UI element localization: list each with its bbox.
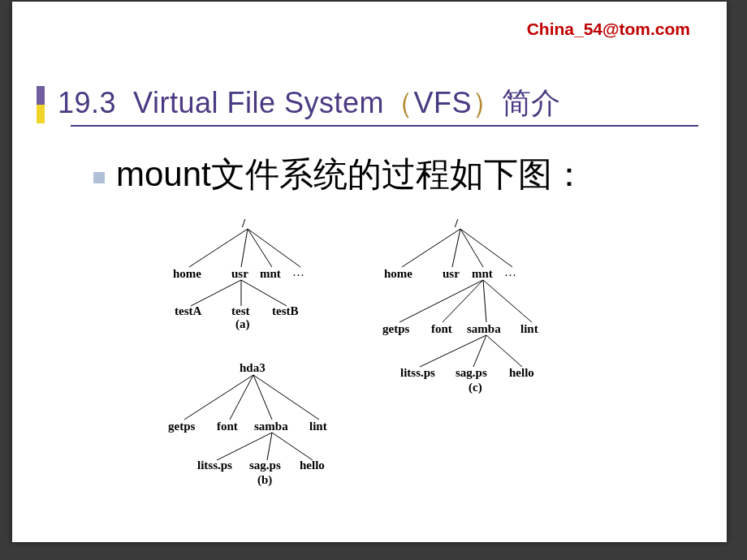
slide-title: 19.3 Virtual File System（VFS）简介 [58, 84, 561, 123]
slide-body: mount文件系统的过程如下图： [93, 152, 690, 197]
tree-b-root: hda3 [240, 361, 266, 375]
svg-line-15 [452, 229, 460, 267]
tree-node: getps [168, 420, 195, 433]
bullet-text: mount文件系统的过程如下图： [116, 152, 586, 197]
title-suffix: 简介 [502, 86, 561, 119]
title-abbr: VFS [414, 86, 473, 119]
tree-node: … [504, 265, 516, 279]
tree-a-label: (a) [235, 317, 250, 331]
tree-node: litss.ps [400, 366, 435, 380]
tree-node: lint [309, 420, 327, 433]
svg-line-7 [184, 375, 253, 420]
tree-node: home [384, 267, 412, 281]
svg-line-2 [248, 229, 272, 267]
title-main: Virtual File System [133, 86, 384, 119]
tree-node: samba [467, 322, 501, 336]
tree-node: mnt [472, 267, 493, 281]
tree-node: getps [382, 322, 409, 336]
svg-line-20 [483, 280, 486, 322]
svg-line-19 [443, 280, 483, 322]
svg-line-1 [241, 229, 248, 267]
title-accent [37, 86, 45, 123]
tree-node: samba [254, 420, 288, 433]
watermark: China_54@tom.com [527, 19, 690, 39]
tree-node: usr [443, 267, 460, 281]
tree-node: sag.ps [456, 366, 487, 380]
tree-node: font [217, 420, 238, 433]
tree-c-root: / [455, 217, 458, 230]
svg-line-4 [191, 280, 241, 306]
tree-node: home [173, 267, 201, 281]
tree-node: testA [175, 304, 201, 318]
tree-node: litss.ps [197, 459, 232, 472]
svg-line-17 [460, 229, 512, 267]
svg-line-24 [486, 335, 522, 367]
tree-c-label: (c) [468, 381, 482, 394]
paren-close: ） [472, 86, 502, 119]
tree-node: lint [520, 322, 538, 336]
tree-node: … [292, 265, 304, 279]
bullet-icon [93, 172, 105, 183]
svg-line-13 [272, 433, 313, 460]
tree-node: sag.ps [249, 459, 281, 472]
slide: China_54@tom.com 19.3 Virtual File Syste… [12, 2, 727, 542]
title-underline [71, 125, 698, 127]
svg-line-22 [420, 335, 486, 367]
tree-node: test [231, 304, 250, 318]
tree-node: usr [231, 267, 248, 281]
svg-line-0 [189, 229, 248, 267]
svg-line-12 [267, 433, 272, 460]
bullet-row: mount文件系统的过程如下图： [93, 152, 690, 197]
svg-line-6 [241, 280, 287, 306]
svg-line-10 [253, 375, 319, 420]
paren-open: （ [384, 86, 414, 119]
diagram: / home usr mnt … testA test testB (a) hd… [166, 217, 589, 525]
tree-a-root: / [242, 217, 245, 230]
tree-node: testB [272, 304, 299, 318]
svg-line-21 [483, 280, 532, 322]
tree-b-label: (b) [257, 473, 272, 487]
svg-line-11 [217, 433, 272, 460]
tree-node: mnt [260, 267, 281, 281]
title-number: 19.3 [58, 86, 116, 119]
tree-node: hello [300, 459, 325, 472]
title-bar: 19.3 Virtual File System（VFS）简介 [37, 81, 698, 125]
tree-node: hello [509, 366, 534, 380]
tree-node: font [431, 322, 452, 336]
svg-line-16 [460, 229, 483, 267]
svg-line-8 [230, 375, 253, 420]
svg-line-14 [402, 229, 460, 267]
svg-line-18 [399, 280, 483, 322]
svg-line-23 [473, 335, 486, 367]
svg-line-3 [248, 229, 300, 267]
